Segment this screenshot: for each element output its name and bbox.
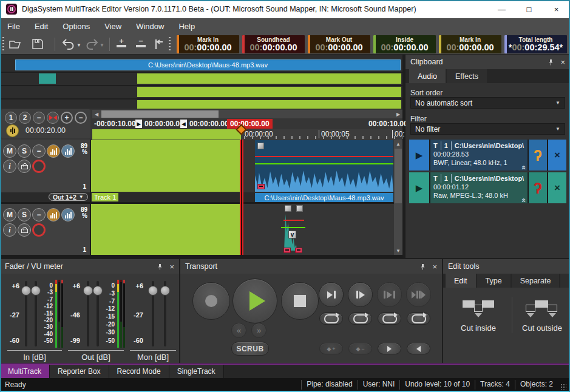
track1-mute-button[interactable]: M (3, 144, 16, 158)
sort-order-select[interactable]: No automatic sort ▼ (410, 97, 565, 109)
menu-options[interactable]: Options (63, 22, 90, 31)
mark-out-marker-icon[interactable]: ◀ (180, 120, 187, 128)
remove-clip-button[interactable]: × (548, 140, 566, 171)
clip-fade-handle[interactable] (257, 184, 265, 189)
record-button[interactable] (192, 282, 230, 320)
ruler-ticks[interactable]: 00:00:00 00:00:05 00: (92, 129, 402, 140)
autoscroll-button[interactable] (6, 124, 19, 137)
track1-green-clip[interactable] (91, 140, 241, 192)
track2-solo-button[interactable]: S (18, 208, 31, 221)
pin-icon[interactable] (419, 263, 426, 270)
clip-handle[interactable] (257, 143, 264, 149)
loop-button-1[interactable] (319, 313, 343, 325)
track1-info-button[interactable]: i (3, 160, 16, 173)
play-button[interactable] (232, 279, 277, 323)
undo-dropdown-icon[interactable]: ▼ (76, 42, 81, 48)
locate-soundhead-button[interactable] (47, 112, 59, 124)
tab-type[interactable]: Type (477, 274, 511, 288)
tab-clip-in[interactable]: Clip & In (560, 274, 570, 288)
minimize-button[interactable]: — (488, 0, 515, 18)
track1-record-arm-button[interactable] (32, 160, 46, 173)
tab-multitrack[interactable]: MultiTrack (0, 365, 50, 378)
fader-knob[interactable] (148, 286, 158, 296)
close-button[interactable]: × (543, 0, 570, 18)
zoom-out-button[interactable]: − (75, 112, 87, 124)
scroll-up-icon[interactable]: ▲ (394, 140, 402, 148)
track1-collapse-button[interactable]: − (32, 144, 46, 158)
remove-clip-button[interactable]: × (548, 172, 566, 203)
track2-vu-orange-button[interactable] (47, 208, 60, 221)
tab-audio[interactable]: Audio (409, 69, 446, 83)
track2-vu-blue-button[interactable] (61, 208, 75, 221)
open-file-icon[interactable] (8, 38, 22, 50)
zoom-preset-2-button[interactable]: 2 (19, 112, 31, 124)
tab-singletrack[interactable]: SingleTrack (169, 365, 224, 378)
close-panel-icon[interactable]: × (169, 263, 174, 271)
loop-button-2[interactable] (348, 313, 372, 325)
track1-output-select[interactable]: Out 1+2 ▼ (49, 193, 88, 201)
menu-window[interactable]: Window (136, 22, 164, 31)
fader-knob[interactable] (160, 286, 170, 296)
menu-view[interactable]: View (104, 22, 121, 31)
next-marker-pill[interactable] (378, 343, 401, 354)
clip-handle[interactable] (296, 205, 303, 212)
maximize-button[interactable]: □ (515, 0, 543, 18)
hscrollbar-thumb[interactable] (101, 110, 219, 118)
play-from-mark-button[interactable] (348, 282, 373, 307)
menu-help[interactable]: Help (178, 22, 195, 31)
clip-fade-handle[interactable] (295, 248, 302, 253)
cut-inside-button[interactable]: Cut inside (454, 300, 503, 333)
scroll-right-icon[interactable]: ▶ (394, 110, 402, 118)
toolbar-grip[interactable] (169, 37, 171, 52)
collapse-button[interactable]: − (33, 112, 45, 124)
clip-handle[interactable] (285, 205, 291, 212)
resize-grip[interactable] (560, 384, 566, 390)
tab-effects[interactable]: Effects (447, 69, 487, 83)
pin-icon[interactable] (157, 263, 163, 270)
tracks-vscrollbar[interactable]: ▲ ▼ (394, 140, 402, 255)
filter-select[interactable]: No filter ▼ (410, 123, 565, 135)
expand-icon[interactable]: « (519, 198, 528, 202)
volume-handle[interactable]: v (288, 231, 296, 238)
clip-gain-line-green[interactable] (281, 227, 305, 228)
cut-outside-button[interactable]: Cut outside (517, 300, 567, 333)
overview-clip-teal[interactable] (39, 73, 56, 84)
expand-icon[interactable]: « (519, 165, 528, 169)
goto-marker-icon[interactable] (154, 39, 164, 50)
scroll-left-icon[interactable]: ◀ (92, 110, 101, 118)
undo-icon[interactable] (62, 38, 75, 50)
scroll-down-icon[interactable]: ▼ (394, 246, 402, 255)
clip-gain-line-red[interactable] (255, 156, 393, 157)
pin-icon[interactable] (548, 59, 554, 66)
track1-lock-button[interactable] (18, 160, 31, 173)
track2-info-button[interactable]: i (3, 223, 16, 237)
prelisten-ear-icon[interactable]: ʔ (529, 140, 547, 171)
tab-edit[interactable]: Edit (446, 274, 476, 288)
clip-gain-line-green[interactable] (255, 163, 393, 164)
scrub-button[interactable]: SCRUB (231, 342, 269, 356)
track2-collapse-button[interactable]: − (32, 208, 46, 221)
tab-separate[interactable]: Separate (512, 274, 560, 288)
overview-clip-green[interactable] (137, 87, 401, 97)
prelisten-ear-icon[interactable]: ʔ (529, 172, 547, 203)
clip-gain-line-red[interactable] (283, 220, 304, 221)
overview-clip-bar[interactable]: C:\Users\nin\Desktop\Maus-48.mp3.wav (15, 59, 401, 70)
clipboard-item[interactable]: ▶ T1C:\Users\nin\Desktop\ 00:00:01.12 Ra… (409, 172, 566, 203)
save-icon[interactable] (32, 38, 44, 50)
overview-clip-green[interactable] (137, 73, 401, 84)
playhead-line[interactable] (240, 140, 243, 255)
track1-clip-title[interactable]: C:\Users\nin\Desktop\Maus-48.mp3.wav (255, 193, 393, 202)
track2-lock-button[interactable] (18, 223, 31, 237)
track2-record-arm-button[interactable] (32, 223, 46, 237)
fader-knob[interactable] (83, 286, 93, 296)
toolbar-grip[interactable] (2, 37, 4, 52)
track1-vu-orange-button[interactable] (47, 144, 60, 158)
clipboard-item[interactable]: ▶ T1C:\Users\nin\Desktop\ 00:00:28.53 BW… (409, 140, 566, 171)
track1-name[interactable]: Track 1 (92, 193, 118, 201)
track2-mute-button[interactable]: M (3, 208, 16, 221)
play-clip-button[interactable]: ▶ (409, 140, 429, 171)
tab-record-mode[interactable]: Record Mode (109, 365, 169, 378)
mark-in-marker-icon[interactable]: ▶ (135, 120, 142, 128)
play-clip-button[interactable]: ▶ (409, 172, 429, 203)
loop-button-4[interactable] (407, 313, 430, 325)
